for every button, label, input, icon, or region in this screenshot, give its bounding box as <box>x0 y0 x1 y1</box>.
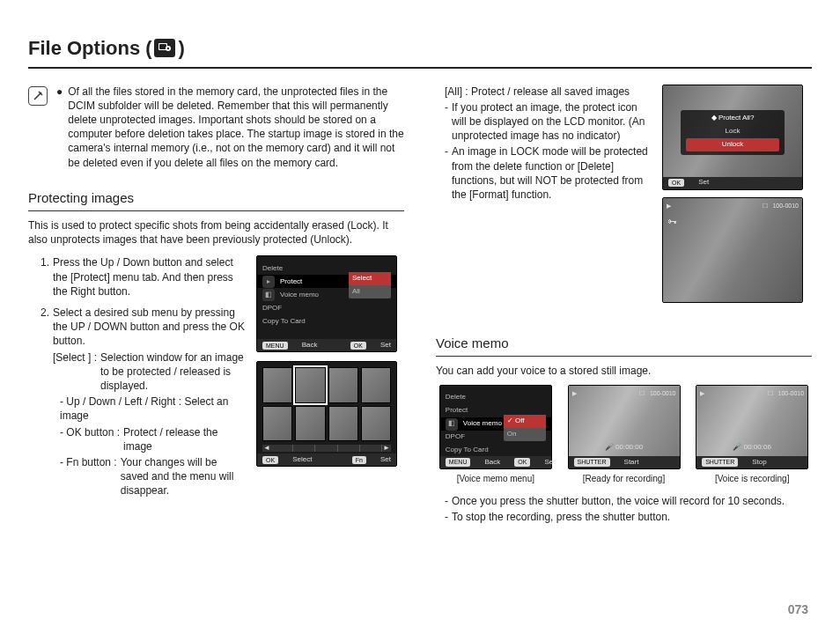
bullet-dot: ● <box>56 85 63 170</box>
protect-menu-screenshot: Delete ▸ Protect ◧Voice memo DPOF Copy T… <box>256 255 397 352</box>
voice-cap-2: [Ready for recording] <box>583 473 665 485</box>
voice-intro: You can add your voice to a stored still… <box>436 364 812 378</box>
protect-intro: This is used to protect specific shots f… <box>28 218 404 247</box>
left-column: ● Of all the files stored in the memory … <box>28 85 404 524</box>
select-grid-screenshot: ◄ ► OKSelect FnSet <box>256 361 397 467</box>
note-block: ● Of all the files stored in the memory … <box>28 85 404 170</box>
file-options-icon <box>154 39 175 57</box>
protect-submenu: Select All <box>349 272 391 299</box>
voice-memo-figures: Delete Protect ◧Voice memo DPOF Copy To … <box>436 385 812 485</box>
right-column: ◆ Protect All? Lock Unlock OKSet ▶ ☐ 100… <box>436 85 812 524</box>
note-icon <box>28 86 48 106</box>
protect-info-2: -An image in LOCK mode will be protected… <box>445 144 653 202</box>
page-title: File Options ( ) <box>28 35 812 69</box>
protect-all-screenshot: ◆ Protect All? Lock Unlock OKSet <box>662 85 803 190</box>
locked-image-screenshot: ▶ ☐ 100-0010 🗝 <box>662 197 803 303</box>
voice-cap-1: [Voice memo menu] <box>457 473 534 485</box>
fn-line: - Fn button : Your changes will be saved… <box>60 455 246 498</box>
step-2: 2. Select a desired sub menu by pressing… <box>41 306 246 349</box>
note-text: Of all the files stored in the memory ca… <box>68 85 404 170</box>
right-figures: ◆ Protect All? Lock Unlock OKSet ▶ ☐ 100… <box>662 85 812 310</box>
play-icon: ▶ <box>667 202 671 210</box>
svg-point-3 <box>167 48 169 49</box>
lock-icon: 🗝 <box>668 216 677 228</box>
protecting-heading: Protecting images <box>28 189 404 211</box>
voice-bullet-2: -To stop the recording, press the shutte… <box>445 510 812 524</box>
title-text: File Options <box>28 35 140 62</box>
voice-bullet-1: -Once you press the shutter button, the … <box>445 494 812 508</box>
file-tab-icon: ◧ <box>262 289 275 301</box>
updown-line: - Up / Down / Left / Right : Select an i… <box>60 394 246 423</box>
tab-icon: ▸ <box>262 276 275 288</box>
voice-heading: Voice memo <box>436 335 812 357</box>
step-1: 1. Press the Up / Down button and select… <box>41 255 246 299</box>
voice-menu-screenshot: Delete Protect ◧Voice memo DPOF Copy To … <box>439 385 552 469</box>
ok-line: - OK button : Protect / release the imag… <box>60 425 246 453</box>
voice-recording-screenshot: ▶ ☐ 100-0010 🎤 00:00:06 SHUTTERStop <box>696 385 808 469</box>
note-bullet: ● Of all the files stored in the memory … <box>56 85 404 170</box>
voice-ready-screenshot: ▶ ☐ 100-0010 🎤 00:00:00 SHUTTERStart <box>568 385 681 469</box>
voice-cap-3: [Voice is recording] <box>715 473 790 485</box>
protect-info-1: -If you protect an image, the protect ic… <box>445 100 653 144</box>
page-number: 073 <box>788 601 808 618</box>
title-icon-group: ( ) <box>145 35 185 62</box>
select-line: [Select ] : Selection window for an imag… <box>53 350 246 394</box>
svg-rect-1 <box>159 44 166 49</box>
